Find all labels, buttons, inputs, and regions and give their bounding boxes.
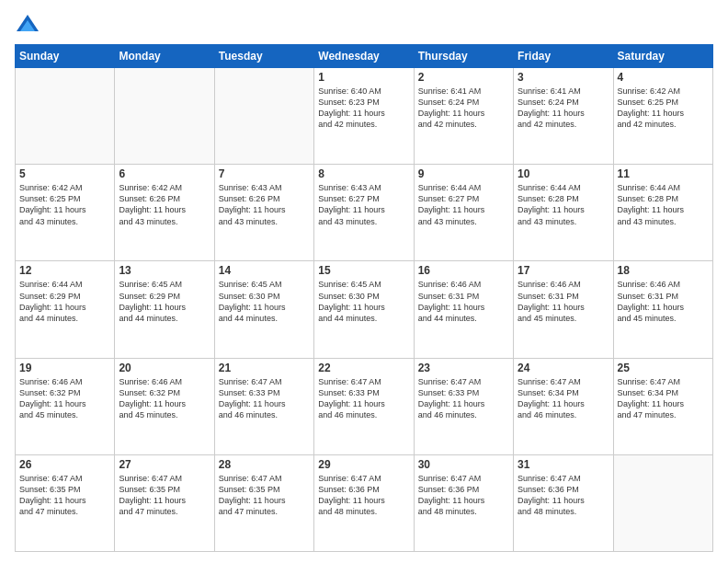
day-info: Sunrise: 6:47 AM Sunset: 6:35 PM Dayligh… — [119, 473, 210, 518]
calendar-day-21: 21Sunrise: 6:47 AM Sunset: 6:33 PM Dayli… — [214, 358, 313, 454]
day-number: 15 — [318, 264, 409, 277]
day-info: Sunrise: 6:47 AM Sunset: 6:35 PM Dayligh… — [219, 473, 310, 518]
day-info: Sunrise: 6:44 AM Sunset: 6:29 PM Dayligh… — [19, 279, 110, 324]
logo — [15, 11, 44, 37]
calendar-day-18: 18Sunrise: 6:46 AM Sunset: 6:31 PM Dayli… — [613, 261, 712, 358]
calendar-day-31: 31Sunrise: 6:47 AM Sunset: 6:36 PM Dayli… — [514, 454, 613, 551]
day-number: 14 — [219, 264, 310, 277]
header — [15, 11, 713, 37]
day-number: 21 — [219, 362, 310, 374]
calendar-day-30: 30Sunrise: 6:47 AM Sunset: 6:36 PM Dayli… — [414, 454, 513, 551]
day-number: 8 — [318, 167, 409, 180]
day-number: 11 — [618, 167, 709, 180]
day-number: 2 — [418, 71, 509, 84]
day-info: Sunrise: 6:46 AM Sunset: 6:31 PM Dayligh… — [418, 279, 509, 324]
day-number: 7 — [219, 167, 310, 180]
calendar-day-29: 29Sunrise: 6:47 AM Sunset: 6:36 PM Dayli… — [314, 454, 414, 551]
calendar-day-2: 2Sunrise: 6:41 AM Sunset: 6:24 PM Daylig… — [414, 68, 513, 165]
day-info: Sunrise: 6:47 AM Sunset: 6:36 PM Dayligh… — [418, 473, 509, 518]
day-number: 4 — [618, 71, 709, 84]
calendar-day-17: 17Sunrise: 6:46 AM Sunset: 6:31 PM Dayli… — [514, 261, 613, 358]
day-number: 17 — [518, 264, 609, 277]
weekday-header-friday: Friday — [514, 45, 613, 68]
day-number: 6 — [119, 167, 210, 180]
day-info: Sunrise: 6:47 AM Sunset: 6:33 PM Dayligh… — [318, 376, 409, 421]
day-number: 13 — [119, 264, 210, 277]
day-number: 10 — [518, 167, 609, 180]
calendar-day-6: 6Sunrise: 6:42 AM Sunset: 6:26 PM Daylig… — [115, 165, 214, 261]
day-info: Sunrise: 6:43 AM Sunset: 6:26 PM Dayligh… — [219, 182, 310, 227]
calendar-empty — [214, 68, 313, 165]
day-number: 27 — [119, 458, 210, 471]
day-info: Sunrise: 6:41 AM Sunset: 6:24 PM Dayligh… — [518, 86, 609, 131]
calendar-day-1: 1Sunrise: 6:40 AM Sunset: 6:23 PM Daylig… — [314, 68, 414, 165]
calendar-week-4: 26Sunrise: 6:47 AM Sunset: 6:35 PM Dayli… — [16, 454, 713, 551]
day-info: Sunrise: 6:45 AM Sunset: 6:30 PM Dayligh… — [219, 279, 310, 324]
day-info: Sunrise: 6:46 AM Sunset: 6:31 PM Dayligh… — [618, 279, 709, 324]
calendar-day-23: 23Sunrise: 6:47 AM Sunset: 6:33 PM Dayli… — [414, 358, 513, 454]
calendar-day-12: 12Sunrise: 6:44 AM Sunset: 6:29 PM Dayli… — [16, 261, 115, 358]
day-info: Sunrise: 6:46 AM Sunset: 6:32 PM Dayligh… — [19, 376, 110, 421]
calendar-empty — [613, 454, 712, 551]
day-info: Sunrise: 6:47 AM Sunset: 6:33 PM Dayligh… — [418, 376, 509, 421]
day-info: Sunrise: 6:44 AM Sunset: 6:28 PM Dayligh… — [618, 182, 709, 227]
day-number: 9 — [418, 167, 509, 180]
calendar-week-0: 1Sunrise: 6:40 AM Sunset: 6:23 PM Daylig… — [16, 68, 713, 165]
calendar-day-28: 28Sunrise: 6:47 AM Sunset: 6:35 PM Dayli… — [214, 454, 313, 551]
calendar-day-8: 8Sunrise: 6:43 AM Sunset: 6:27 PM Daylig… — [314, 165, 414, 261]
day-number: 30 — [418, 458, 509, 471]
calendar-day-24: 24Sunrise: 6:47 AM Sunset: 6:34 PM Dayli… — [514, 358, 613, 454]
calendar-table: SundayMondayTuesdayWednesdayThursdayFrid… — [15, 44, 713, 552]
calendar-header-row: SundayMondayTuesdayWednesdayThursdayFrid… — [16, 45, 713, 68]
calendar-day-13: 13Sunrise: 6:45 AM Sunset: 6:29 PM Dayli… — [115, 261, 214, 358]
weekday-header-sunday: Sunday — [16, 45, 115, 68]
calendar-day-25: 25Sunrise: 6:47 AM Sunset: 6:34 PM Dayli… — [613, 358, 712, 454]
calendar-day-14: 14Sunrise: 6:45 AM Sunset: 6:30 PM Dayli… — [214, 261, 313, 358]
day-number: 22 — [318, 362, 409, 374]
day-number: 20 — [119, 362, 210, 374]
calendar-day-7: 7Sunrise: 6:43 AM Sunset: 6:26 PM Daylig… — [214, 165, 313, 261]
day-info: Sunrise: 6:47 AM Sunset: 6:34 PM Dayligh… — [618, 376, 709, 421]
page: SundayMondayTuesdayWednesdayThursdayFrid… — [0, 0, 728, 563]
day-info: Sunrise: 6:47 AM Sunset: 6:33 PM Dayligh… — [219, 376, 310, 421]
calendar-day-22: 22Sunrise: 6:47 AM Sunset: 6:33 PM Dayli… — [314, 358, 414, 454]
calendar-day-9: 9Sunrise: 6:44 AM Sunset: 6:27 PM Daylig… — [414, 165, 513, 261]
day-number: 26 — [19, 458, 110, 471]
day-info: Sunrise: 6:40 AM Sunset: 6:23 PM Dayligh… — [318, 86, 409, 131]
day-number: 29 — [318, 458, 409, 471]
calendar-day-20: 20Sunrise: 6:46 AM Sunset: 6:32 PM Dayli… — [115, 358, 214, 454]
day-number: 5 — [19, 167, 110, 180]
day-number: 23 — [418, 362, 509, 374]
calendar-day-26: 26Sunrise: 6:47 AM Sunset: 6:35 PM Dayli… — [16, 454, 115, 551]
calendar-day-4: 4Sunrise: 6:42 AM Sunset: 6:25 PM Daylig… — [613, 68, 712, 165]
calendar-day-10: 10Sunrise: 6:44 AM Sunset: 6:28 PM Dayli… — [514, 165, 613, 261]
day-info: Sunrise: 6:42 AM Sunset: 6:25 PM Dayligh… — [618, 86, 709, 131]
weekday-header-monday: Monday — [115, 45, 214, 68]
calendar-week-3: 19Sunrise: 6:46 AM Sunset: 6:32 PM Dayli… — [16, 358, 713, 454]
day-number: 3 — [518, 71, 609, 84]
day-info: Sunrise: 6:46 AM Sunset: 6:32 PM Dayligh… — [119, 376, 210, 421]
day-number: 28 — [219, 458, 310, 471]
day-info: Sunrise: 6:45 AM Sunset: 6:29 PM Dayligh… — [119, 279, 210, 324]
day-info: Sunrise: 6:44 AM Sunset: 6:28 PM Dayligh… — [518, 182, 609, 227]
day-info: Sunrise: 6:45 AM Sunset: 6:30 PM Dayligh… — [318, 279, 409, 324]
calendar-day-3: 3Sunrise: 6:41 AM Sunset: 6:24 PM Daylig… — [514, 68, 613, 165]
calendar-day-16: 16Sunrise: 6:46 AM Sunset: 6:31 PM Dayli… — [414, 261, 513, 358]
day-info: Sunrise: 6:47 AM Sunset: 6:36 PM Dayligh… — [518, 473, 609, 518]
calendar-week-1: 5Sunrise: 6:42 AM Sunset: 6:25 PM Daylig… — [16, 165, 713, 261]
calendar-week-2: 12Sunrise: 6:44 AM Sunset: 6:29 PM Dayli… — [16, 261, 713, 358]
day-info: Sunrise: 6:47 AM Sunset: 6:35 PM Dayligh… — [19, 473, 110, 518]
calendar-empty — [16, 68, 115, 165]
day-number: 16 — [418, 264, 509, 277]
day-info: Sunrise: 6:46 AM Sunset: 6:31 PM Dayligh… — [518, 279, 609, 324]
day-info: Sunrise: 6:47 AM Sunset: 6:36 PM Dayligh… — [318, 473, 409, 518]
weekday-header-tuesday: Tuesday — [214, 45, 313, 68]
calendar-day-5: 5Sunrise: 6:42 AM Sunset: 6:25 PM Daylig… — [16, 165, 115, 261]
day-info: Sunrise: 6:44 AM Sunset: 6:27 PM Dayligh… — [418, 182, 509, 227]
day-info: Sunrise: 6:42 AM Sunset: 6:25 PM Dayligh… — [19, 182, 110, 227]
logo-icon — [15, 11, 40, 37]
day-number: 25 — [618, 362, 709, 374]
day-number: 1 — [318, 71, 409, 84]
day-number: 18 — [618, 264, 709, 277]
day-info: Sunrise: 6:43 AM Sunset: 6:27 PM Dayligh… — [318, 182, 409, 227]
